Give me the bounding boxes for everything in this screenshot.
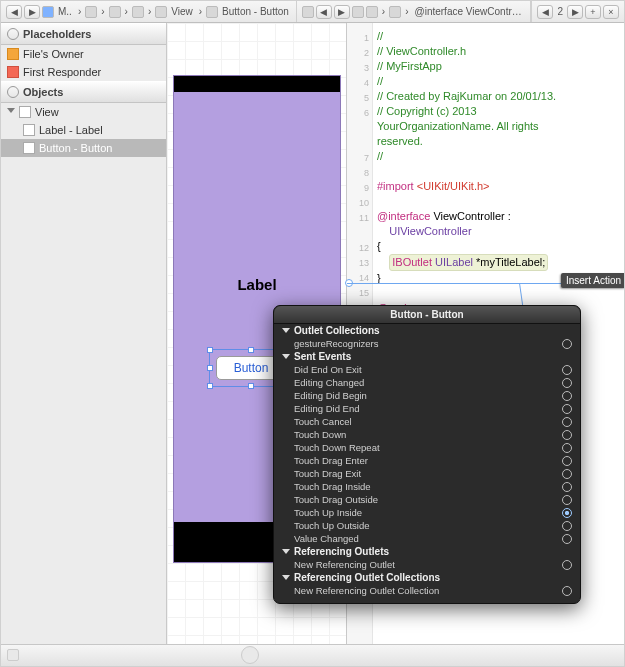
file-icon <box>132 6 144 18</box>
connection-socket[interactable] <box>562 430 572 440</box>
connection-socket[interactable] <box>562 560 572 570</box>
crumb-sep: › <box>122 6 131 17</box>
connection-item[interactable]: Touch Down <box>274 428 580 441</box>
connection-item[interactable]: Editing Did End <box>274 402 580 415</box>
add-assistant-button[interactable]: + <box>585 5 601 19</box>
item-label: Label - Label <box>39 124 103 136</box>
connection-item[interactable]: Touch Drag Exit <box>274 467 580 480</box>
jump-bar: ◀ ▶ M.. › › › › View › Button - Button ◀… <box>1 1 624 23</box>
item-label: File's Owner <box>23 48 84 60</box>
cube-icon <box>7 48 19 60</box>
ui-label[interactable]: Label <box>174 276 340 293</box>
connection-label: Touch Up Outside <box>294 520 370 531</box>
popover-section-header[interactable]: Referencing Outlet Collections <box>274 571 580 584</box>
connection-label: New Referencing Outlet Collection <box>294 585 439 596</box>
connection-socket[interactable] <box>562 469 572 479</box>
connection-label: gestureRecognizers <box>294 338 379 349</box>
crumb-item[interactable]: Button - Button <box>219 6 292 17</box>
connection-label: Touch Down <box>294 429 346 440</box>
files-owner-item[interactable]: File's Owner <box>1 45 166 63</box>
label-icon <box>23 124 35 136</box>
close-assistant-button[interactable]: × <box>603 5 619 19</box>
connection-socket[interactable] <box>562 534 572 544</box>
popover-section-header[interactable]: Outlet Collections <box>274 324 580 337</box>
connection-item[interactable]: Touch Drag Inside <box>274 480 580 493</box>
nav-prev-button[interactable]: ◀ <box>537 5 553 19</box>
connection-label: Touch Drag Outside <box>294 494 378 505</box>
chevron-down-icon <box>282 549 290 554</box>
connection-socket[interactable] <box>562 365 572 375</box>
back-button[interactable]: ◀ <box>316 5 332 19</box>
connection-socket[interactable] <box>562 404 572 414</box>
label-item[interactable]: Label - Label <box>1 121 166 139</box>
connection-socket[interactable] <box>562 482 572 492</box>
button-item[interactable]: Button - Button <box>1 139 166 157</box>
crumb-item[interactable]: @interface ViewContr… <box>412 6 525 17</box>
connection-item[interactable]: Touch Down Repeat <box>274 441 580 454</box>
view-item[interactable]: View <box>1 103 166 121</box>
cube-icon <box>7 66 19 78</box>
placeholders-header: Placeholders <box>1 23 166 45</box>
connection-item[interactable]: Editing Did Begin <box>274 389 580 402</box>
forward-button[interactable]: ▶ <box>24 5 40 19</box>
crumb-item[interactable]: View <box>168 6 196 17</box>
connection-socket[interactable] <box>562 586 572 596</box>
connection-item[interactable]: New Referencing Outlet <box>274 558 580 571</box>
connection-label: Touch Drag Exit <box>294 468 361 479</box>
section-title: Sent Events <box>294 351 351 362</box>
crumb-sep: › <box>379 6 388 17</box>
connection-socket[interactable] <box>562 521 572 531</box>
section-title: Referencing Outlet Collections <box>294 572 440 583</box>
zoom-control[interactable] <box>241 646 259 664</box>
jump-bar-right: ◀ ▶ › › @interface ViewContr… <box>297 1 532 22</box>
connection-item[interactable]: Touch Drag Enter <box>274 454 580 467</box>
connection-socket[interactable] <box>562 391 572 401</box>
connection-item[interactable]: Touch Up Outside <box>274 519 580 532</box>
first-responder-item[interactable]: First Responder <box>1 63 166 81</box>
status-bar <box>174 76 340 92</box>
connection-label: Value Changed <box>294 533 359 544</box>
connection-item[interactable]: Touch Drag Outside <box>274 493 580 506</box>
connection-label: Editing Changed <box>294 377 364 388</box>
section-title: Outlet Collections <box>294 325 380 336</box>
button-title: Button <box>234 361 269 375</box>
connection-socket[interactable] <box>562 443 572 453</box>
connection-item[interactable]: Touch Up Inside <box>274 506 580 519</box>
item-label: First Responder <box>23 66 101 78</box>
connection-item[interactable]: gestureRecognizers <box>274 337 580 350</box>
crumb-item[interactable]: M.. <box>55 6 75 17</box>
connection-item[interactable]: Touch Cancel <box>274 415 580 428</box>
outline-toggle-button[interactable] <box>7 649 19 661</box>
view-icon <box>19 106 31 118</box>
chevron-down-icon[interactable] <box>7 108 15 117</box>
folder-icon <box>85 6 97 18</box>
assistant-controls: ◀ 2 ▶ + × <box>531 1 624 22</box>
back-button[interactable]: ◀ <box>6 5 22 19</box>
chevron-down-icon <box>282 354 290 359</box>
connection-item[interactable]: New Referencing Outlet Collection <box>274 584 580 597</box>
nav-next-button[interactable]: ▶ <box>567 5 583 19</box>
connection-item[interactable]: Did End On Exit <box>274 363 580 376</box>
bottom-bar <box>1 644 624 666</box>
gear-icon[interactable] <box>7 28 19 40</box>
gear-icon[interactable] <box>7 86 19 98</box>
popover-section-header[interactable]: Sent Events <box>274 350 580 363</box>
connection-socket[interactable] <box>562 339 572 349</box>
insert-action-tooltip: Insert Action <box>561 273 625 288</box>
connection-socket[interactable] <box>562 508 572 518</box>
popover-section-header[interactable]: Referencing Outlets <box>274 545 580 558</box>
connection-socket[interactable] <box>562 456 572 466</box>
connection-socket[interactable] <box>562 378 572 388</box>
crumb-sep: › <box>145 6 154 17</box>
connection-item[interactable]: Value Changed <box>274 532 580 545</box>
connection-socket[interactable] <box>562 417 572 427</box>
connection-item[interactable]: Editing Changed <box>274 376 580 389</box>
counterpart-icon[interactable] <box>352 6 364 18</box>
assistant-count: 2 <box>554 6 566 17</box>
file-icon <box>109 6 121 18</box>
forward-button[interactable]: ▶ <box>334 5 350 19</box>
related-icon[interactable] <box>302 6 314 18</box>
connections-popover[interactable]: Button - Button Outlet Collectionsgestur… <box>273 305 581 604</box>
connection-socket[interactable] <box>562 495 572 505</box>
file-icon <box>366 6 378 18</box>
